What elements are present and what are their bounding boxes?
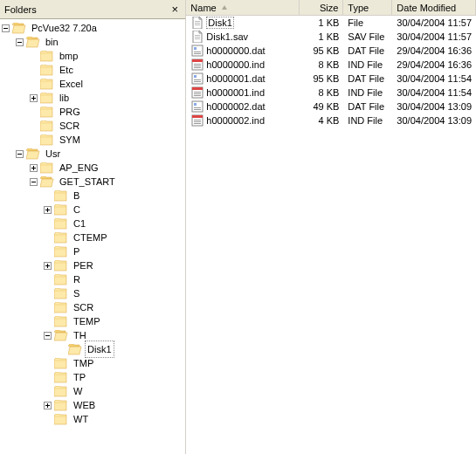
expand-spacer [30,108,38,116]
file-name[interactable]: h0000002.dat [206,101,265,112]
tree-label[interactable]: WT [71,410,91,428]
svg-rect-15 [192,73,203,84]
expand-toggle[interactable] [16,38,24,46]
expand-spacer [44,234,52,242]
expand-toggle[interactable] [30,178,38,186]
expand-toggle[interactable] [30,94,38,102]
file-date: 30/04/2004 13:09 [392,115,476,126]
svg-rect-20 [192,87,203,90]
svg-rect-22 [194,93,201,94]
column-date[interactable]: Date Modified [392,0,476,15]
expand-toggle[interactable] [30,164,38,172]
folder-icon [54,414,68,425]
tree-item[interactable]: bmp [2,49,185,63]
close-icon[interactable]: × [169,3,181,16]
file-date: 29/04/2004 16:36 [392,45,476,56]
file-name[interactable]: h0000001.dat [206,73,265,84]
svg-rect-29 [192,115,203,118]
tree-item[interactable]: TMP [2,356,185,370]
tree-item[interactable]: TEMP [2,314,185,328]
file-name[interactable]: Disk1.sav [206,31,248,42]
file-icon [190,100,204,114]
folder-icon [26,37,40,48]
folder-icon [54,260,68,272]
tree-item[interactable]: B [2,189,185,203]
svg-rect-30 [194,120,201,120]
file-name[interactable]: Disk1 [206,17,234,29]
tree-item[interactable]: GET_START [2,175,185,189]
file-size: 4 KB [300,115,343,126]
folder-icon [54,358,68,369]
expand-toggle[interactable] [44,262,52,270]
column-type[interactable]: Type [343,0,392,15]
file-name[interactable]: h0000001.ind [206,87,265,98]
tree-item[interactable]: PER [2,258,185,272]
column-size[interactable]: Size [300,0,343,15]
expand-spacer [44,248,52,256]
file-date: 30/04/2004 11:57 [392,31,476,42]
file-row[interactable]: Disk11 KBFile30/04/2004 11:57 [186,16,476,30]
svg-rect-26 [194,107,201,108]
folder-icon [54,372,68,383]
expand-toggle[interactable] [44,206,52,214]
file-name[interactable]: h0000002.ind [206,115,265,126]
svg-rect-2 [195,24,200,25]
svg-rect-32 [194,123,201,124]
folder-icon [54,204,68,216]
tree-item[interactable]: SCR [2,119,185,133]
file-list-header: Name Size Type Date Modified [186,0,476,16]
column-name-label: Name [190,3,216,13]
expand-toggle[interactable] [2,24,10,32]
tree-item[interactable]: WT [2,412,185,426]
file-row[interactable]: h0000000.dat95 KBDAT File29/04/2004 16:3… [186,44,476,58]
svg-rect-12 [194,64,201,65]
file-row[interactable]: h0000001.ind8 KBIND File30/04/2004 11:54 [186,86,476,100]
tree-item[interactable]: PcVue32 7.20a [2,21,185,35]
tree-item[interactable]: SYM [2,133,185,147]
tree-item[interactable]: lib [2,91,185,105]
file-pane: Name Size Type Date Modified Disk11 KBFi… [186,0,476,454]
file-name[interactable]: h0000000.ind [206,59,265,70]
file-icon [190,30,204,44]
folder-icon [54,316,68,327]
svg-rect-3 [195,35,200,36]
column-date-label: Date Modified [397,3,456,13]
column-type-label: Type [348,3,369,13]
expand-toggle[interactable] [16,150,24,158]
file-row[interactable]: Disk1.sav1 KBSAV File30/04/2004 11:57 [186,30,476,44]
sort-asc-icon [222,5,227,10]
file-row[interactable]: h0000001.dat95 KBDAT File30/04/2004 11:5… [186,72,476,86]
file-icon [190,44,204,58]
tree-label[interactable]: PcVue32 7.20a [29,19,100,37]
file-type: IND File [343,115,392,126]
file-list[interactable]: Disk11 KBFile30/04/2004 11:57Disk1.sav1 … [186,16,476,454]
expand-spacer [44,192,52,200]
file-row[interactable]: h0000002.dat49 KBDAT File30/04/2004 13:0… [186,100,476,114]
tree-item[interactable]: Etc [2,63,185,77]
tree-item[interactable]: Excel [2,77,185,91]
folder-tree[interactable]: PcVue32 7.20abinbmpEtcExcellibPRGSCRSYMU… [0,19,185,454]
file-size: 1 KB [300,31,343,42]
tree-item[interactable]: TP [2,370,185,384]
folders-pane: Folders × PcVue32 7.20abinbmpEtcExcellib… [0,0,186,454]
folder-icon [40,107,54,118]
svg-rect-7 [194,47,197,50]
folder-icon [54,288,68,299]
tree-item[interactable]: CTEMP [2,230,185,244]
tree-label[interactable]: GET_START [57,173,118,190]
tree-item[interactable]: C [2,203,185,217]
column-size-label: Size [320,3,338,13]
tree-item[interactable]: bin [2,35,185,49]
expand-toggle[interactable] [44,332,52,340]
file-icon [190,86,204,100]
file-row[interactable]: h0000000.ind8 KBIND File29/04/2004 16:36 [186,58,476,72]
file-name[interactable]: h0000000.dat [206,45,265,56]
expand-spacer [30,122,38,130]
expand-toggle[interactable] [44,402,52,409]
tree-item[interactable]: WEB [2,398,185,412]
file-row[interactable]: h0000002.ind4 KBIND File30/04/2004 13:09 [186,114,476,127]
svg-rect-6 [192,45,203,56]
column-name[interactable]: Name [186,0,300,15]
tree-item[interactable]: R [2,272,185,286]
tree-item[interactable]: PRG [2,105,185,119]
